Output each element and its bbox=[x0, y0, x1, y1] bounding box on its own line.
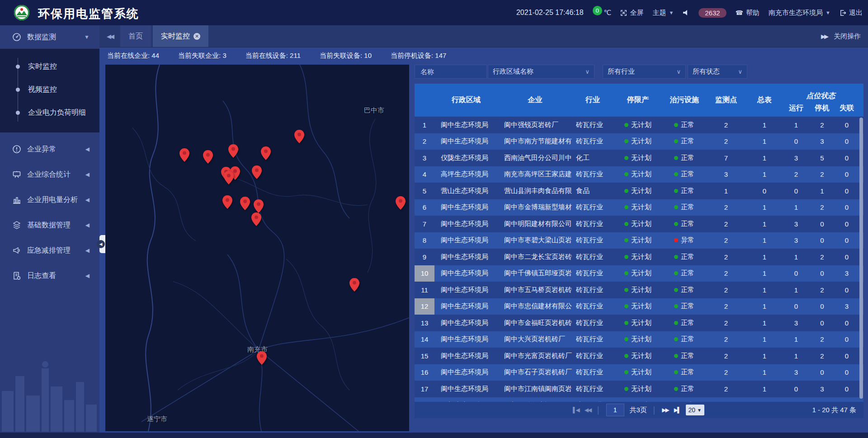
map-pin[interactable] bbox=[222, 195, 232, 209]
theme-menu[interactable]: 主题▼ bbox=[652, 9, 674, 17]
page-size-select[interactable]: 20 ▼ bbox=[686, 405, 704, 415]
cell-offline: 0 bbox=[835, 133, 859, 150]
alert-count-badge[interactable]: 2632 bbox=[698, 8, 726, 18]
org-menu[interactable]: 南充市生态环境局▼ bbox=[769, 9, 830, 17]
cell-limit: 无计划 bbox=[613, 315, 663, 331]
filter-name-field[interactable] bbox=[415, 65, 487, 79]
table-row[interactable]: 8 阆中生态环境局 阆中市枣碧大梁山页岩 砖瓦行业 无计划 异常 2 1 3 0… bbox=[415, 232, 863, 249]
cell-meters: 1 bbox=[746, 315, 783, 331]
map-panel[interactable]: 巴中市 南充市 遂宁市 bbox=[105, 65, 409, 431]
cell-meters: 0 bbox=[746, 397, 783, 402]
cell-stop: 0 bbox=[810, 232, 835, 249]
filter-status-select[interactable]: 所有状态 ∨ bbox=[688, 65, 747, 79]
cell-industry: 砖瓦行业 bbox=[572, 331, 613, 348]
sidebar-item-power-load-detail[interactable]: 企业电力负荷明细 bbox=[0, 101, 99, 124]
speaker-muted-icon[interactable] bbox=[683, 9, 689, 16]
filter-industry-select[interactable]: 所有行业 ∨ bbox=[603, 65, 686, 79]
filter-region-select[interactable]: 行政区域名称 ∨ bbox=[488, 65, 594, 79]
map-pin[interactable] bbox=[203, 150, 213, 164]
logout-button[interactable]: 退出 bbox=[840, 9, 863, 17]
table-row[interactable]: 6 阆中生态环境局 阆中市金博瑞新型墙材 砖瓦行业 无计划 正常 2 1 1 2… bbox=[415, 199, 863, 216]
map-pin[interactable] bbox=[240, 197, 250, 210]
cell-stop: 3 bbox=[810, 381, 835, 397]
map-pin[interactable] bbox=[349, 278, 359, 292]
table-row[interactable]: 16 阆中生态环境局 阆中市石子页岩机砖厂 砖瓦行业 无计划 正常 2 1 3 … bbox=[415, 364, 863, 381]
map-pin[interactable] bbox=[252, 165, 262, 179]
tab-realtime-monitor[interactable]: 实时监控 ✕ bbox=[153, 25, 208, 47]
status-dot bbox=[674, 337, 678, 341]
last-page-button[interactable]: ▶▌ bbox=[674, 407, 680, 413]
tab-close-icon[interactable]: ✕ bbox=[193, 33, 200, 40]
chevron-down-icon: ∨ bbox=[738, 68, 742, 75]
table-row[interactable]: 14 阆中生态环境局 阆中大兴页岩机砖厂 砖瓦行业 无计划 正常 2 1 1 2… bbox=[415, 331, 863, 348]
cell-run: 0 bbox=[783, 183, 810, 199]
first-page-button[interactable]: ▌◀ bbox=[573, 407, 579, 413]
table-row[interactable]: 17 阆中生态环境局 阆中市江南镇阆南页岩 砖瓦行业 无计划 正常 2 1 0 … bbox=[415, 381, 863, 397]
cell-limit: 无计划 bbox=[613, 133, 663, 150]
map-pin[interactable] bbox=[294, 130, 304, 143]
footer-strip bbox=[0, 433, 868, 438]
top-header: 环保用电监管系统 2021-02-25 17:46:18 0 ℃ 全屏 主题▼ … bbox=[0, 0, 868, 25]
table-row[interactable]: 15 阆中生态环境局 阆中市光富页岩机砖厂 砖瓦行业 无计划 正常 2 1 1 … bbox=[415, 348, 863, 364]
map-pin[interactable] bbox=[396, 196, 406, 210]
table-row[interactable]: 7 阆中生态环境局 阆中明阳建材有限公司 砖瓦行业 无计划 正常 2 1 3 0… bbox=[415, 216, 863, 232]
table-scrollbar[interactable] bbox=[859, 118, 863, 399]
cell-limit: 无计划 bbox=[613, 232, 663, 249]
map-pin[interactable] bbox=[179, 148, 189, 162]
status-dot bbox=[624, 123, 628, 127]
map-pin[interactable] bbox=[254, 199, 264, 213]
table-row[interactable]: 5 营山生态环境局 营山县润丰肉食品有限 食品 无计划 正常 1 0 0 1 0 bbox=[415, 183, 863, 199]
cell-run: 0 bbox=[783, 381, 810, 397]
next-page-button[interactable]: ▶▶ bbox=[662, 407, 668, 413]
cell-company: 阆中市金博瑞新型墙材 bbox=[498, 199, 572, 216]
cell-stop: 0 bbox=[810, 298, 835, 315]
sidebar-item-base-data[interactable]: 基础数据管理 ◀ bbox=[0, 212, 99, 238]
status-item: 当前在线设备: 211 bbox=[245, 52, 301, 60]
map-pin[interactable] bbox=[228, 144, 238, 158]
cell-limit: 无计划 bbox=[613, 166, 663, 183]
sidebar-item-data-monitor[interactable]: 数据监测 ▼ bbox=[0, 25, 99, 49]
table-row[interactable]: 1 阆中生态环境局 阆中强锐页岩砖厂 砖瓦行业 无计划 正常 2 1 1 2 0 bbox=[415, 117, 863, 133]
close-operations-button[interactable]: ▶▶ 关闭操作 bbox=[821, 25, 868, 47]
table-row[interactable]: 10 阆中生态环境局 阆中千佛镇五郎垭页岩 砖瓦行业 无计划 正常 2 1 0 … bbox=[415, 265, 863, 282]
map-pin[interactable] bbox=[261, 146, 271, 160]
help-button[interactable]: ☎ 帮助 bbox=[736, 9, 760, 17]
cell-facility: 正常 bbox=[663, 364, 706, 381]
cell-company: 阆中市枣碧大梁山页岩 bbox=[498, 232, 572, 249]
page-number-input[interactable] bbox=[606, 404, 624, 416]
sidebar-item-company-abnormal[interactable]: 企业异常 ◀ bbox=[0, 137, 99, 162]
map-pin[interactable] bbox=[224, 171, 234, 184]
sidebar-item-power-analysis[interactable]: 企业用电量分析 ◀ bbox=[0, 187, 99, 212]
cell-meters: 1 bbox=[746, 364, 783, 381]
table-row[interactable]: 2 阆中生态环境局 阆中市南方节能建材有 砖瓦行业 无计划 正常 2 1 0 3… bbox=[415, 133, 863, 150]
map-pin[interactable] bbox=[257, 351, 267, 365]
table-row[interactable]: 12 阆中生态环境局 阆中市忠信建材有限公 砖瓦行业 无计划 正常 2 1 0 … bbox=[415, 298, 863, 315]
table-row[interactable]: 3 仪陇生态环境局 西南油气田分公司川中 化工 无计划 正常 7 1 3 5 0 bbox=[415, 150, 863, 166]
table-row[interactable]: 18 南部生态环境局 南部县瑞华水泥有限公 建材行业 无计划 正常 6 0 0 … bbox=[415, 397, 863, 402]
megaphone-icon bbox=[12, 246, 21, 255]
search-name-input[interactable] bbox=[420, 67, 482, 76]
sidebar-item-emergency-reduction[interactable]: 应急减排管理 ◀ bbox=[0, 238, 99, 263]
cell-offline: 0 bbox=[835, 315, 859, 331]
col-run: 运行 bbox=[783, 102, 810, 117]
table-row[interactable]: 9 阆中生态环境局 阆中市二龙长宝页岩砖 砖瓦行业 无计划 正常 2 1 1 2… bbox=[415, 249, 863, 265]
cell-stop: 2 bbox=[810, 249, 835, 265]
tab-home[interactable]: 首页 bbox=[120, 25, 151, 47]
fullscreen-button[interactable]: 全屏 bbox=[620, 9, 643, 17]
prev-page-button[interactable]: ◀◀ bbox=[585, 407, 591, 413]
phone-icon: ☎ bbox=[736, 9, 743, 16]
sidebar-item-video-monitor[interactable]: 视频监控 bbox=[0, 78, 99, 101]
map-pin[interactable] bbox=[251, 212, 261, 226]
sidebar-item-realtime-monitor[interactable]: 实时监控 bbox=[0, 55, 99, 78]
tabs-back-button[interactable]: ◀◀ bbox=[99, 25, 120, 47]
cell-index: 8 bbox=[415, 232, 434, 249]
table-row[interactable]: 13 阆中生态环境局 阆中市金福旺页岩机砖 砖瓦行业 无计划 正常 2 1 3 … bbox=[415, 315, 863, 331]
table-row[interactable]: 4 高坪生态环境局 南充市高坪区王家店建 砖瓦行业 无计划 正常 3 1 2 2… bbox=[415, 166, 863, 183]
table-row[interactable]: 11 阆中生态环境局 阆中市五马桥页岩机砖 砖瓦行业 无计划 正常 2 1 1 … bbox=[415, 282, 863, 298]
sidebar-item-company-statistics[interactable]: 企业综合统计 ◀ bbox=[0, 162, 99, 187]
map-collapse-handle[interactable]: ◀ bbox=[99, 235, 105, 253]
cell-region: 阆中生态环境局 bbox=[434, 265, 498, 282]
sidebar-item-log-view[interactable]: 日志查看 ◀ bbox=[0, 263, 99, 288]
bullet-icon bbox=[16, 111, 20, 115]
chevron-left-icon: ◀ bbox=[97, 240, 105, 248]
